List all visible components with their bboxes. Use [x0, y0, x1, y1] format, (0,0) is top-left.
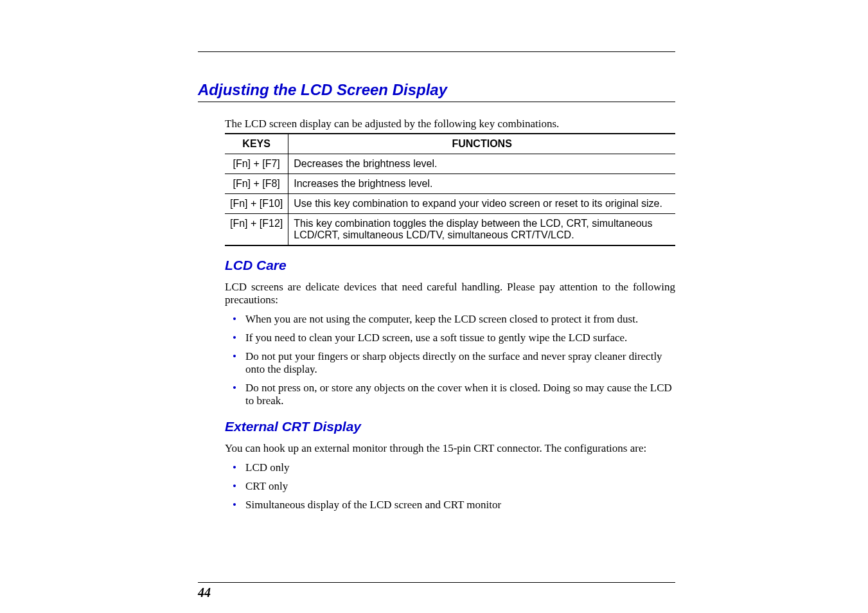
external-crt-list: LCD only CRT only Simultaneous display o…: [225, 461, 675, 511]
table-row: [Fn] + [F10] Use this key combination to…: [225, 194, 675, 214]
func-cell: Decreases the brightness level.: [288, 154, 675, 174]
list-item: If you need to clean your LCD screen, us…: [225, 332, 675, 344]
list-item: Simultaneous display of the LCD screen a…: [225, 499, 675, 511]
list-item: LCD only: [225, 461, 675, 474]
func-cell: Use this key combination to expand your …: [288, 194, 675, 214]
list-item: Do not press on, or store any objects on…: [225, 382, 675, 407]
section-title-lcd-care: LCD Care: [225, 258, 675, 273]
footer: 44: [198, 582, 675, 600]
list-item: When you are not using the computer, kee…: [225, 313, 675, 326]
functions-table: KEYS FUNCTIONS [Fn] + [F7] Decreases the…: [225, 133, 675, 246]
table-row: [Fn] + [F7] Decreases the brightness lev…: [225, 154, 675, 174]
keys-cell: [Fn] + [F8]: [225, 174, 288, 194]
list-item: CRT only: [225, 480, 675, 493]
table-row: [Fn] + [F12] This key combination toggle…: [225, 214, 675, 246]
lcd-care-para: LCD screens are delicate devices that ne…: [225, 281, 675, 306]
keys-cell: [Fn] + [F10]: [225, 194, 288, 214]
section-title-external-crt: External CRT Display: [225, 419, 675, 434]
page-number: 44: [198, 585, 211, 600]
keys-cell: [Fn] + [F12]: [225, 214, 288, 246]
list-item: Do not put your fingers or sharp objects…: [225, 350, 675, 376]
func-cell: This key combination toggles the display…: [288, 214, 675, 246]
page: Adjusting the LCD Screen Display The LCD…: [0, 0, 868, 613]
keys-cell: [Fn] + [F7]: [225, 154, 288, 174]
top-rule: [198, 51, 675, 52]
intro-text: The LCD screen display can be adjusted b…: [225, 118, 675, 130]
content-body: The LCD screen display can be adjusted b…: [198, 118, 675, 511]
lcd-care-list: When you are not using the computer, kee…: [225, 313, 675, 407]
header-keys: KEYS: [225, 134, 288, 154]
func-cell: Increases the brightness level.: [288, 174, 675, 194]
header-functions: FUNCTIONS: [288, 134, 675, 154]
external-crt-para: You can hook up an external monitor thro…: [225, 442, 675, 455]
table-row: [Fn] + [F8] Increases the brightness lev…: [225, 174, 675, 194]
title-underline: [198, 102, 675, 102]
table-header-row: KEYS FUNCTIONS: [225, 134, 675, 154]
page-title: Adjusting the LCD Screen Display: [198, 81, 675, 99]
